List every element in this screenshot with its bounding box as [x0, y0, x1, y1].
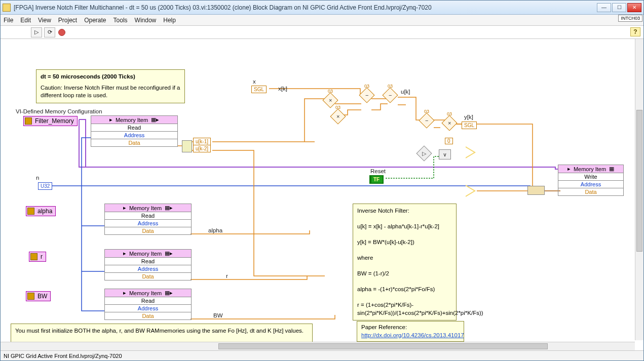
abort-button[interactable] [58, 29, 65, 36]
subtract-node-2[interactable]: 03 − [385, 90, 396, 101]
scrollbar-vertical[interactable] [635, 39, 643, 340]
terminal-label: BW [37, 293, 47, 300]
memory-write[interactable]: ▸Memory Item▦ Write Address Data [558, 165, 624, 196]
menubar: File Edit View Project Operate Tools Win… [1, 15, 643, 26]
terminal-r[interactable]: r [29, 252, 46, 262]
label-uk2: u[k-2] [194, 145, 210, 152]
select-tri-2[interactable] [466, 185, 476, 197]
subtract-node-3[interactable]: 03 − [421, 115, 432, 126]
memory-icon [27, 293, 34, 300]
toolbar: ▷ ⟳ ? [1, 26, 643, 39]
paper-ref-label: Paper Reference: [361, 324, 460, 332]
menu-view[interactable]: View [38, 17, 51, 24]
memory-address: Address [105, 220, 191, 227]
minimize-button[interactable]: — [597, 3, 611, 12]
memory-data: Data [105, 312, 191, 319]
terminal-alpha[interactable]: alpha [26, 206, 56, 216]
statusbar: NI GPIC Grid Active Front End.lvproj/Zyn… [1, 350, 643, 360]
memory-title: Memory Item [129, 251, 162, 257]
menu-tools[interactable]: Tools [113, 17, 128, 24]
window-title: [FPGA] Inverse Notch Filter Multichannel… [14, 4, 597, 11]
memory-op: Write [558, 173, 623, 181]
context-tag: INTCH03 [618, 15, 642, 22]
label-reset: Reset [370, 168, 386, 174]
build-array-node[interactable] [527, 186, 545, 195]
context-help-button[interactable]: ? [630, 27, 640, 36]
multiply-node-1[interactable]: 03 × [325, 95, 336, 106]
constant-zero[interactable]: 0 [445, 138, 453, 144]
status-path: NI GPIC Grid Active Front End.lvproj/Zyn… [4, 353, 122, 359]
label-xk: x[k] [278, 86, 287, 92]
label-uk: u[k] [401, 89, 410, 95]
subtract-node-1[interactable]: 03 − [361, 90, 372, 101]
run-continuous-button[interactable]: ⟳ [44, 27, 55, 37]
block-diagram-canvas[interactable]: dt = 50 microseconds (2000 Ticks) Cautio… [1, 39, 643, 350]
memory-icon [25, 117, 32, 125]
menu-file[interactable]: File [4, 17, 13, 24]
memory-address: Address [105, 305, 191, 312]
memory-address: Address [91, 132, 177, 139]
window-controls: — ☐ ✕ [597, 3, 641, 12]
memory-address: Address [105, 265, 191, 273]
paper-ref-link[interactable]: http://dx.doi.org/10.4236/cs.2013.41017 [361, 332, 464, 338]
control-reset[interactable]: TF [369, 175, 384, 184]
menu-project[interactable]: Project [58, 17, 77, 24]
memory-op: Read [105, 258, 191, 265]
terminal-bw[interactable]: BW [26, 291, 51, 301]
maximize-button[interactable]: ☐ [612, 3, 626, 12]
terminal-label: Filter_Memory [35, 117, 74, 125]
multiply-node-2[interactable]: 03 × [332, 111, 344, 122]
note-dt-body: Caution: Inverse Notch Filter must be re… [41, 84, 180, 100]
memory-title: Memory Item [129, 205, 162, 211]
constant-n-type[interactable]: U32 [38, 182, 52, 190]
scrollbar-horizontal[interactable] [1, 342, 635, 350]
terminal-filter-memory[interactable]: Filter_Memory [23, 116, 78, 126]
close-button[interactable]: ✕ [627, 3, 641, 12]
terminal-label: alpha [37, 208, 52, 215]
scroll-thumb[interactable] [636, 110, 642, 252]
scroll-thumb[interactable] [218, 343, 548, 349]
label-x: x [253, 78, 256, 85]
note-dt-header: dt = 50 microseconds (2000 Ticks) [41, 73, 180, 81]
memory-op: Read [91, 124, 177, 132]
menu-help[interactable]: Help [163, 17, 176, 24]
memory-read-bw[interactable]: ▸Memory Item▦▸ Read Address Data [104, 289, 192, 320]
label-yk: y[k] [464, 114, 473, 120]
compare-node[interactable]: ▷ [419, 148, 430, 159]
memory-op: Read [105, 212, 191, 220]
memory-data: Data [558, 188, 623, 195]
memory-read-alpha[interactable]: ▸Memory Item▦▸ Read Address Data [104, 204, 192, 235]
memory-title: Memory Item [129, 290, 162, 296]
label-n: n [36, 175, 39, 181]
note-filter-math: Inverse Notch Filter: u[k] = x[k] - alph… [353, 204, 457, 320]
window-frame: [FPGA] Inverse Notch Filter Multichannel… [0, 0, 644, 361]
multiply-node-3[interactable]: 03 × [444, 117, 455, 129]
array-index-uk[interactable]: u[k-1] u[k-2] [193, 138, 211, 152]
select-tri-1[interactable] [466, 146, 476, 158]
terminal-label: r [41, 253, 43, 260]
app-icon [3, 4, 11, 12]
note-dt: dt = 50 microseconds (2000 Ticks) Cautio… [36, 69, 185, 103]
constant-x-type[interactable]: SGL [251, 86, 267, 93]
memory-data: Data [91, 139, 177, 146]
menu-operate[interactable]: Operate [84, 17, 106, 24]
select-node-1[interactable]: v [439, 149, 451, 159]
wire-label-alpha: alpha [208, 227, 222, 233]
indicator-yk-type[interactable]: SGL [462, 122, 477, 129]
titlebar: [FPGA] Inverse Notch Filter Multichannel… [1, 1, 643, 15]
label-vi-cfg: VI-Defined Memory Configuration [16, 108, 102, 114]
run-button[interactable]: ▷ [31, 27, 42, 37]
menu-window[interactable]: Window [135, 17, 157, 24]
memory-data: Data [105, 227, 191, 234]
note-paper-ref: Paper Reference: http://dx.doi.org/10.42… [357, 321, 464, 342]
wire-label-bw: BW [213, 312, 223, 318]
menu-edit[interactable]: Edit [20, 17, 31, 24]
memory-icon [30, 253, 37, 260]
memory-title: Memory Item [116, 117, 148, 123]
wire-label-r: r [226, 273, 228, 279]
memory-address: Address [558, 181, 623, 188]
index-array-node[interactable] [182, 140, 192, 152]
memory-read-r[interactable]: ▸Memory Item▦▸ Read Address Data [104, 249, 192, 280]
memory-op: Read [105, 297, 191, 305]
memory-read-filter[interactable]: ▸Memory Item▦▸ Read Address Data [91, 115, 178, 147]
